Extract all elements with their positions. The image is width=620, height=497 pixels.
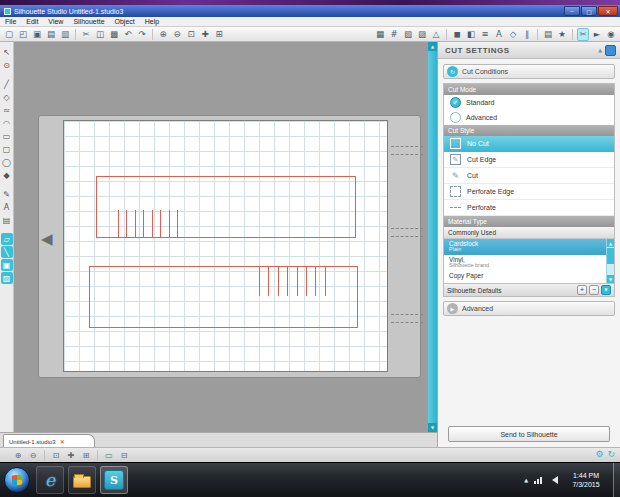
freehand-tool-icon[interactable]: ✎: [1, 188, 13, 200]
paste-icon[interactable]: ▩: [108, 28, 120, 41]
line-color-icon[interactable]: ◧: [465, 28, 477, 41]
align-icon[interactable]: ∥: [521, 28, 533, 41]
pan-icon[interactable]: ✚: [199, 28, 211, 41]
expand-advanced-icon[interactable]: ▶: [447, 303, 458, 314]
close-button[interactable]: ✕: [598, 6, 618, 16]
document-tab[interactable]: Untitled-1.studio3 ✕: [3, 434, 95, 448]
design-tab-cuts-bottom[interactable]: [259, 266, 334, 296]
zoom-in-icon[interactable]: ⊕: [157, 28, 169, 41]
material-copy-paper[interactable]: Copy Paper: [444, 271, 614, 283]
zoom-out-icon[interactable]: ⊖: [171, 28, 183, 41]
text-tool-icon[interactable]: A: [1, 201, 13, 213]
zoom-out-icon[interactable]: ⊖: [27, 449, 39, 461]
layers-panel-icon[interactable]: ▨: [1, 272, 13, 284]
send-to-silhouette-icon[interactable]: ►: [591, 28, 603, 41]
taskbar-internet-explorer[interactable]: e: [36, 466, 64, 494]
page-settings-icon[interactable]: ▦: [374, 28, 386, 41]
menu-object[interactable]: Object: [110, 18, 140, 25]
panel-dock-icon[interactable]: [605, 45, 616, 56]
fill-panel-icon[interactable]: ▣: [1, 259, 13, 271]
scroll-up-icon[interactable]: ▲: [607, 239, 614, 247]
zoom-selection-icon[interactable]: ⊡: [50, 449, 62, 461]
ellipse-tool-icon[interactable]: ◯: [1, 156, 13, 168]
silhouette-cloud-icon[interactable]: ◉: [605, 28, 617, 41]
panel-collapse-icon[interactable]: ▲: [598, 47, 602, 53]
network-icon[interactable]: [534, 477, 542, 484]
point-edit-tool-icon[interactable]: ⊙: [1, 59, 13, 71]
show-desktop-button[interactable]: [613, 463, 620, 497]
radio-checked-icon[interactable]: ✓: [450, 97, 461, 108]
arc-tool-icon[interactable]: ◠: [1, 117, 13, 129]
material-scrollbar[interactable]: ▲ ▼: [606, 239, 614, 283]
rectangle-tool-icon[interactable]: ▭: [1, 130, 13, 142]
cut-settings-icon[interactable]: ✂: [577, 28, 589, 41]
curve-tool-icon[interactable]: ≈: [1, 104, 13, 116]
maximize-button[interactable]: ▢: [581, 6, 597, 16]
pan-icon[interactable]: ✚: [65, 449, 77, 461]
registration-marks-icon[interactable]: #: [388, 28, 400, 41]
material-vinyl[interactable]: Vinyl, Silhouette brand: [444, 255, 614, 271]
open-icon[interactable]: ◰: [17, 28, 29, 41]
fill-color-icon[interactable]: ◼: [451, 28, 463, 41]
taskbar-clock[interactable]: 1:44 PM 7/3/2015: [562, 471, 610, 489]
taskbar-file-explorer[interactable]: [68, 466, 96, 494]
scroll-up-icon[interactable]: ▲: [428, 42, 437, 51]
rounded-rectangle-tool-icon[interactable]: ▢: [1, 143, 13, 155]
taskbar-silhouette-studio[interactable]: S: [100, 466, 128, 494]
copy-icon[interactable]: ◫: [94, 28, 106, 41]
menu-silhouette[interactable]: Silhouette: [68, 18, 109, 25]
cut-mode-advanced[interactable]: Advanced: [444, 110, 614, 125]
zoom-in-icon[interactable]: ⊕: [12, 449, 24, 461]
note-tool-icon[interactable]: ▤: [1, 214, 13, 226]
save-icon[interactable]: ▣: [31, 28, 43, 41]
eraser-tool-icon[interactable]: ▱: [1, 233, 13, 245]
redo-icon[interactable]: ↷: [136, 28, 148, 41]
ruler-icon[interactable]: ▭: [103, 449, 115, 461]
grid-settings-icon[interactable]: ▨: [416, 28, 428, 41]
start-button[interactable]: [4, 467, 30, 493]
sync-icon[interactable]: ↻: [607, 449, 615, 459]
cut-mode-standard[interactable]: ✓ Standard: [444, 95, 614, 110]
cut-style-perforate-edge[interactable]: Perforate Edge: [444, 184, 614, 200]
settings-gear-icon[interactable]: ⚙: [595, 449, 603, 459]
send-to-silhouette-button[interactable]: Send to Silhouette: [448, 426, 610, 442]
reset-conditions-icon[interactable]: ↻: [447, 66, 458, 77]
cut-icon[interactable]: ✂: [80, 28, 92, 41]
cut-style-no-cut[interactable]: No Cut: [444, 136, 614, 152]
canvas-area[interactable]: ◀: [14, 42, 428, 432]
regular-polygon-tool-icon[interactable]: ◆: [1, 169, 13, 181]
material-menu-icon[interactable]: ▼: [601, 285, 611, 295]
fit-page-icon[interactable]: ⊞: [213, 28, 225, 41]
transform-icon[interactable]: ◇: [507, 28, 519, 41]
menu-edit[interactable]: Edit: [21, 18, 43, 25]
tray-expand-icon[interactable]: ▲: [524, 477, 528, 483]
design-page[interactable]: [63, 120, 388, 372]
scroll-down-icon[interactable]: ▼: [607, 275, 614, 283]
fit-page-icon[interactable]: ⊞: [80, 449, 92, 461]
minimize-button[interactable]: –: [564, 6, 580, 16]
cut-conditions-bar[interactable]: ↻ Cut Conditions: [443, 64, 615, 79]
library-icon[interactable]: ▤: [542, 28, 554, 41]
polygon-tool-icon[interactable]: ◇: [1, 91, 13, 103]
select-tool-icon[interactable]: ↖: [1, 46, 13, 58]
vertical-scrollbar[interactable]: ▲ ▼: [428, 42, 437, 432]
print-icon[interactable]: ▥: [59, 28, 71, 41]
advanced-section-bar[interactable]: ▶ Advanced: [443, 301, 615, 316]
design-store-icon[interactable]: ★: [556, 28, 568, 41]
grid-toggle-icon[interactable]: ⊟: [118, 449, 130, 461]
cut-style-cut[interactable]: ✎ Cut: [444, 168, 614, 184]
cut-style-perforate[interactable]: Perforate: [444, 200, 614, 216]
knife-tool-icon[interactable]: ╲: [1, 246, 13, 258]
cut-style-cut-edge[interactable]: ✎ Cut Edge: [444, 152, 614, 168]
undo-icon[interactable]: ↶: [122, 28, 134, 41]
text-style-icon[interactable]: A: [493, 28, 505, 41]
design-tab-cuts-top[interactable]: [118, 210, 186, 238]
scrollbar-thumb[interactable]: [607, 248, 614, 264]
menu-file[interactable]: File: [0, 18, 21, 25]
add-material-button[interactable]: +: [577, 285, 587, 295]
line-tool-icon[interactable]: ╱: [1, 78, 13, 90]
menu-help[interactable]: Help: [140, 18, 164, 25]
radio-unchecked-icon[interactable]: [450, 112, 461, 123]
line-style-icon[interactable]: ≡: [479, 28, 491, 41]
tab-close-icon[interactable]: ✕: [60, 438, 65, 445]
